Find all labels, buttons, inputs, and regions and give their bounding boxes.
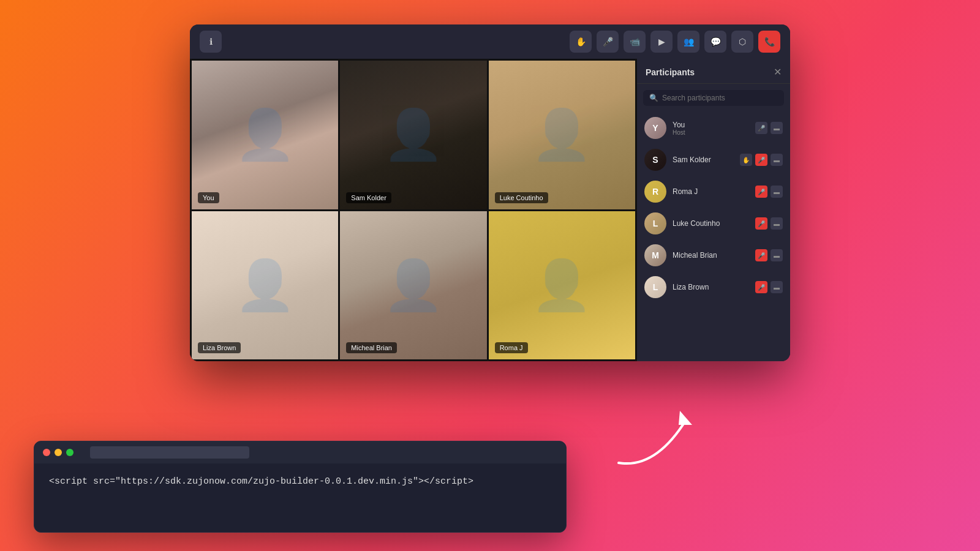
video-tile-sam: 👤 Sam Kolder [340,61,486,209]
role-you: Host [673,129,749,136]
video-tile-luke: 👤 Luke Coutinho [489,61,635,209]
avatar-you: Y [644,117,666,139]
arrow-svg [606,402,704,475]
participants-button[interactable]: 👥 [677,31,699,53]
info-luke: Luke Coutinho [673,219,749,228]
face-sam: 👤 [340,61,486,209]
close-panel-button[interactable]: ✕ [774,67,782,77]
participant-item-luke[interactable]: L Luke Coutinho 🎤 ▬ [637,208,790,239]
name-tag-micheal: Micheal Brian [346,342,397,353]
dot-red [43,449,50,456]
name-liza: Liza Brown [673,283,749,291]
mic-icon: 🎤 [603,37,613,47]
face-roma: 👤 [489,211,635,360]
controls-luke: 🎤 ▬ [755,217,783,230]
terminal-top-bar [34,441,566,463]
name-tag-you: You [198,192,219,203]
name-tag-sam: Sam Kolder [346,192,391,203]
name-roma: Roma J [673,187,749,196]
mic-ctrl-you: 🎤 [755,122,767,134]
camera-icon: 📹 [630,37,640,47]
panel-title: Participants [646,67,695,77]
participant-item-you[interactable]: Y You Host 🎤 ▬ [637,112,790,144]
name-tag-luke: Luke Coutinho [495,192,548,203]
arrow-container [606,402,704,478]
code-line: <script src="https://sdk.zujonow.com/zuj… [49,474,551,489]
hand-ctrl-sam: ✋ [740,154,752,166]
mic-ctrl-liza: 🎤 [755,281,767,293]
apps-button[interactable]: ⬡ [731,31,753,53]
face-micheal: 👤 [340,211,486,360]
top-bar-right: ✋ 🎤 📹 ▶ 👥 💬 ⬡ [570,31,780,53]
avatar-micheal: M [644,244,666,266]
dot-yellow [55,449,62,456]
info-sam: Sam Kolder [673,156,734,164]
controls-liza: 🎤 ▬ [755,281,783,293]
avatar-roma: R [644,181,666,203]
controls-roma: 🎤 ▬ [755,186,783,198]
participant-list: Y You Host 🎤 ▬ S S [637,112,790,361]
content-area: 👤 You 👤 Sam Kolder 👤 Luke Coutinho 👤 Liz… [190,59,790,361]
cam-ctrl-micheal: ▬ [771,249,783,261]
end-call-button[interactable]: 📞 [758,31,780,53]
terminal-body: <script src="https://sdk.zujonow.com/zuj… [34,463,566,500]
avatar-liza: L [644,276,666,298]
participants-panel: Participants ✕ 🔍 Y You Host [637,59,790,361]
video-grid: 👤 You 👤 Sam Kolder 👤 Luke Coutinho 👤 Liz… [190,59,637,361]
url-bar [90,446,249,459]
name-tag-liza: Liza Brown [198,342,241,353]
end-call-icon: 📞 [764,37,775,47]
cam-ctrl-you: ▬ [771,122,783,134]
video-window: ℹ ✋ 🎤 📹 ▶ 👥 💬 [190,24,790,361]
video-tile-roma: 👤 Roma J [489,211,635,360]
controls-you: 🎤 ▬ [755,122,783,134]
controls-sam: ✋ 🎤 ▬ [740,154,783,166]
controls-micheal: 🎤 ▬ [755,249,783,261]
face-liza: 👤 [192,211,338,360]
participant-item-liza[interactable]: L Liza Brown 🎤 ▬ [637,271,790,303]
search-box[interactable]: 🔍 [643,90,784,106]
cam-ctrl-liza: ▬ [771,281,783,293]
mic-ctrl-sam: 🎤 [755,154,767,166]
search-participants-input[interactable] [662,94,778,102]
name-you: You [673,121,749,129]
mic-ctrl-roma: 🎤 [755,186,767,198]
camera-button[interactable]: 📹 [624,31,646,53]
screen-share-icon: ▶ [658,37,665,47]
cam-ctrl-roma: ▬ [771,186,783,198]
info-micheal: Micheal Brian [673,251,749,260]
mute-button[interactable]: 🎤 [597,31,619,53]
search-icon: 🔍 [649,94,658,102]
top-bar: ℹ ✋ 🎤 📹 ▶ 👥 💬 [190,24,790,59]
hand-raise-button[interactable]: ✋ [570,31,592,53]
cam-ctrl-luke: ▬ [771,217,783,230]
avatar-luke: L [644,212,666,234]
name-micheal: Micheal Brian [673,251,749,260]
screen-share-button[interactable]: ▶ [650,31,673,53]
name-tag-roma: Roma J [495,342,528,353]
hand-icon: ✋ [576,37,586,47]
participant-item-micheal[interactable]: M Micheal Brian 🎤 ▬ [637,239,790,271]
video-tile-you: 👤 You [192,61,338,209]
chat-icon: 💬 [710,37,721,47]
svg-marker-0 [679,411,692,425]
info-button[interactable]: ℹ [200,31,222,53]
participant-item-roma[interactable]: R Roma J 🎤 ▬ [637,176,790,208]
info-icon: ℹ [209,37,213,47]
video-tile-liza: 👤 Liza Brown [192,211,338,360]
chat-button[interactable]: 💬 [704,31,726,53]
mic-ctrl-luke: 🎤 [755,217,767,230]
panel-header: Participants ✕ [637,59,790,84]
avatar-sam: S [644,149,666,171]
name-sam: Sam Kolder [673,156,734,164]
apps-icon: ⬡ [739,37,746,47]
info-liza: Liza Brown [673,283,749,291]
face-luke: 👤 [489,61,635,209]
top-bar-left: ℹ [200,31,222,53]
mic-ctrl-micheal: 🎤 [755,249,767,261]
face-you: 👤 [192,61,338,209]
terminal-window: <script src="https://sdk.zujonow.com/zuj… [34,441,567,533]
participant-item-sam[interactable]: S Sam Kolder ✋ 🎤 ▬ [637,144,790,176]
cam-ctrl-sam: ▬ [771,154,783,166]
video-tile-micheal: 👤 Micheal Brian [340,211,486,360]
